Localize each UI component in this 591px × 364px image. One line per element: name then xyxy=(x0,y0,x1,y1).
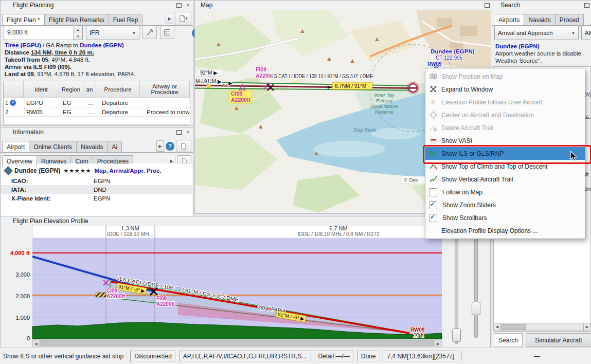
float-panel-button[interactable] xyxy=(583,2,590,9)
subtab-overview[interactable]: Overview xyxy=(2,155,37,167)
tab-airspaces[interactable]: Ai xyxy=(107,141,122,152)
checkbox-checked[interactable] xyxy=(429,214,437,222)
tab-online-clients[interactable]: Online Clients xyxy=(29,141,77,152)
expand-icon xyxy=(429,85,437,94)
menu-item-show-ils-gls-rnp[interactable]: Show ILS or GLS/RNP xyxy=(425,147,585,160)
flight-planning-panel: Flight Planning × Flight Plan * Flight P… xyxy=(0,0,193,126)
segment-distance-label: 6,7 NM xyxy=(329,225,347,231)
land-detail: , 91°M, 4.578 ft, 17 ft elevation, PAPI4… xyxy=(34,71,135,77)
takeoff-text: Takeoff from 05 xyxy=(5,57,48,63)
menu-item-elevation-follows-aircraft: ✈ Elevation Profile follows User Aircraf… xyxy=(425,96,585,108)
elevation-profile-canvas[interactable]: 4.000 ft 3.000 2.000 1.000 0 1,3 NM IDDE… xyxy=(1,216,489,347)
float-panel-button[interactable] xyxy=(175,2,182,9)
flight-rules-combo[interactable]: IFR ▼ xyxy=(86,26,139,40)
close-panel-button[interactable]: × xyxy=(185,129,191,136)
float-panel-button[interactable] xyxy=(175,129,182,136)
close-panel-button[interactable]: × xyxy=(185,2,191,9)
zoom-slider-vertical[interactable] xyxy=(474,228,478,338)
menu-item-show-vertical-trail[interactable]: Show Vertical Aircraft Trail xyxy=(425,173,585,186)
cell-procedure: Departure xyxy=(100,98,145,107)
menu-item-delete-aircraft-trail: Delete Aircraft Trail xyxy=(425,121,585,134)
chevron-down-icon: ▼ xyxy=(129,31,136,35)
ci09-label: CI09 xyxy=(106,288,118,294)
map-attribution[interactable]: © Ope xyxy=(404,177,418,183)
dog-bank-label: Dog Bank xyxy=(353,128,377,133)
airport-overview: Dundee (EGPN) ★★★★★ Map, Arrival/Appr. P… xyxy=(1,163,192,216)
float-panel-button[interactable] xyxy=(483,2,490,9)
zoom-slider-handle[interactable] xyxy=(452,329,461,342)
col-ident[interactable]: Ident xyxy=(24,81,59,98)
menu-item-show-toc-tod[interactable]: Show Top of Climb and Top of Descent xyxy=(425,160,585,173)
scrollbar-thumb[interactable] xyxy=(502,324,526,330)
menu-item-show-zoom-sliders[interactable]: Show Zoom Sliders xyxy=(425,198,585,211)
to-airport-link[interactable]: Dundee (EGPN) xyxy=(80,42,124,48)
search-tabbar: Airports Navaids Proced xyxy=(492,10,591,26)
tab-scroll-right-button[interactable]: ▶ xyxy=(156,140,164,152)
calculate-flight-plan-button[interactable] xyxy=(160,26,174,39)
from-airport-link[interactable]: Tiree (EGPU) xyxy=(5,42,41,48)
col-airway[interactable]: Airway or Procedure xyxy=(140,81,190,98)
zoom-slider-handle[interactable] xyxy=(472,302,480,315)
distance-value: 134 NM, time 0 h 20 m. xyxy=(31,49,94,56)
tab-flight-plan-remarks[interactable]: Flight Plan Remarks xyxy=(44,14,109,25)
tab-menu-button[interactable]: ▾ xyxy=(175,12,191,25)
table-row[interactable]: 2 RW05 EG ... Departure Proceed to runwa… xyxy=(4,107,190,117)
information-title: Information × xyxy=(1,128,193,137)
segment-detail-label: IDDE / 108,10 MHz / 0,8 NM / R272 xyxy=(298,231,380,237)
connection-status: Disconnected xyxy=(130,351,176,362)
vertical-trail-icon xyxy=(429,175,437,184)
runway-filter-combo[interactable]: All Ru xyxy=(581,26,591,40)
dock-tab-simulator-aircraft[interactable]: Simulator Aircraft xyxy=(526,333,591,347)
spin-down-button[interactable]: ▼ xyxy=(74,33,82,40)
dock-tab-search[interactable]: Search xyxy=(494,333,523,347)
row-number: 1 xyxy=(5,100,8,106)
col-region[interactable]: Region xyxy=(59,81,83,98)
menu-item-follow-on-map[interactable]: Follow on Map xyxy=(425,186,585,198)
tab-navaids-search[interactable]: Navaids xyxy=(524,14,555,25)
scroll-left-button[interactable]: ◀ xyxy=(494,323,501,331)
menu-item-center-aircraft-destination: Center on Aircraft and Destination xyxy=(425,108,585,121)
tab-fuel-report[interactable]: Fuel Rep xyxy=(109,14,143,25)
tab-navaids[interactable]: Navaids xyxy=(76,141,108,152)
airport-link[interactable]: Dundee (EGPN) xyxy=(495,43,581,50)
spin-up-button[interactable]: ▲ xyxy=(74,26,82,33)
ci09-altitude-label: A2200ft xyxy=(231,97,250,103)
course-label: ... ▶ xyxy=(223,80,232,86)
page-icon xyxy=(179,15,186,22)
elevation-profile-panel: Flight Plan Elevation Profile 4.000 ft xyxy=(0,216,491,349)
ils-feather-label: ILS CAT I / IDDE / 108.10 / 91°M / GS 3.… xyxy=(270,74,373,79)
svg-text:Estuary: Estuary xyxy=(376,98,393,103)
col-name[interactable]: an xyxy=(83,81,96,98)
menu-item-show-scrollbars[interactable]: Show Scrollbars xyxy=(425,211,585,224)
checkbox-checked[interactable] xyxy=(429,201,437,209)
adjust-altitude-button[interactable] xyxy=(142,26,157,39)
table-row[interactable]: 1✔ EGPU EG ... Departure xyxy=(4,98,190,107)
distance-label: Distance xyxy=(5,49,31,56)
airport-links[interactable]: Map, Arrival/Appr. Proc. xyxy=(95,168,162,174)
scrollbar-thumb[interactable] xyxy=(40,340,434,346)
menu-item-expand-to-window[interactable]: Expand to Window xyxy=(425,83,585,96)
col-procedure[interactable]: Procedure xyxy=(96,81,140,98)
horizontal-scrollbar[interactable]: ◀ ▶ xyxy=(493,323,591,331)
aircraft-icon: ✈ xyxy=(429,98,437,106)
weather-message-line1: Airport weather source is disable xyxy=(495,50,581,57)
tab-flight-plan[interactable]: Flight Plan * xyxy=(2,14,45,25)
zoom-slider-vertical[interactable] xyxy=(455,228,458,344)
airport-symbol-egpn[interactable] xyxy=(407,82,419,94)
menu-item-display-options[interactable]: Elevation Profile Display Options ... xyxy=(425,224,585,237)
approach-filter-combo[interactable]: Arrival and Approach ▼ xyxy=(494,26,579,40)
menu-item-show-vasi[interactable]: Show VASI xyxy=(425,134,585,147)
tab-airports[interactable]: Airports xyxy=(494,14,524,25)
tab-scroll-right-button[interactable]: ▶ xyxy=(166,13,173,24)
cruise-altitude-value: 9.000 ft xyxy=(4,26,73,40)
help-button[interactable]: ? xyxy=(166,142,174,151)
cruise-altitude-spinbox[interactable]: 9.000 ft ▲▼ xyxy=(4,26,83,40)
checkbox-unchecked[interactable] xyxy=(429,188,437,196)
tab-airport[interactable]: Airport xyxy=(2,141,29,152)
chevron-down-icon: ▾ xyxy=(186,16,188,21)
tab-procedures-search[interactable]: Proced xyxy=(555,14,584,25)
menu-item-label: Show VASI xyxy=(441,137,472,144)
menu-item-label: Show Zoom Sliders xyxy=(442,202,496,209)
scroll-right-button[interactable]: ▶ xyxy=(583,323,590,331)
tab-menu-button[interactable] xyxy=(176,140,191,152)
